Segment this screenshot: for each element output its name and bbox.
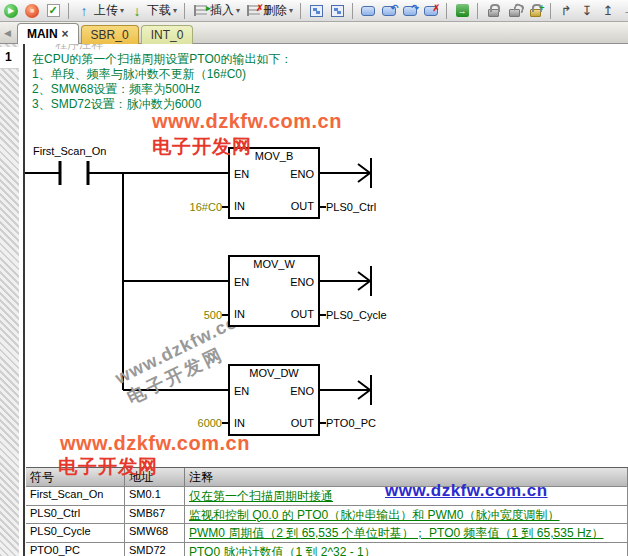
pin-out: OUT [291,308,314,320]
block-title: MOV_B [230,150,318,162]
pin-in: IN [234,200,245,212]
chevron-down-icon[interactable]: ▾ [120,6,124,15]
branch-up-icon: ↱ [561,3,572,18]
pin-eno: ENO [290,168,314,180]
pin-out: OUT [291,200,314,212]
cell-address[interactable]: SMB67 [125,506,185,524]
close-window-button[interactable]: ✗ [422,1,440,21]
open-next-icon: ↷ [403,6,417,16]
cell-comment[interactable]: 监视和控制 Q0.0 的 PTO0（脉冲串输出）和 PWM0（脉冲宽度调制） [185,506,628,524]
line-up-icon: ↥ [603,3,614,18]
block-title: MOV_W [230,258,318,270]
line-up-button[interactable]: ↥ [599,1,617,21]
cell-symbol[interactable]: First_Scan_On [26,487,125,505]
insert-label: 插入 [210,2,234,19]
left-power-rail [23,44,25,556]
chevron-down-icon[interactable]: ▾ [236,6,240,15]
cell-symbol[interactable]: PTO0_PC [26,543,125,556]
cell-symbol[interactable]: PLS0_Cycle [26,524,125,542]
open-previous-button[interactable]: ↶ [380,1,398,21]
open-next-button[interactable]: ↷ [401,1,419,21]
table-row: PTO0_PC SMD72 PTO0 脉冲计数值（1 到 2^32 - 1） [26,543,628,556]
toolbar-separator [446,3,447,19]
mov-w-block[interactable]: MOV_W EN ENO IN OUT [228,255,320,327]
header-address: 地址 [125,468,185,486]
compile-check-icon: ✓ [47,4,60,17]
download-icon: ↓ [134,3,141,19]
compile-button[interactable]: ✓ [44,1,62,21]
cell-comment[interactable]: PTO0 脉冲计数值（1 到 2^32 - 1） [185,543,628,556]
apply-button[interactable]: → [453,1,471,21]
symbol-table-header: 符号 地址 注释 [26,468,628,487]
network-box-icon [361,6,375,16]
delete-button[interactable]: ✗ 删除 ▾ [244,1,294,21]
download-label: 下载 [147,2,171,19]
cell-symbol[interactable]: PLS0_Ctrl [26,506,125,524]
delete-row-icon: ✗ [247,5,260,16]
branch-down-button[interactable]: ↧ [578,1,596,21]
upload-icon: ↑ [81,3,88,19]
tab-main-label: MAIN [27,27,58,41]
close-icon[interactable]: × [62,27,69,41]
password-lock-button[interactable] [526,1,544,21]
cell-address[interactable]: SM0.1 [125,487,185,505]
mov-b-out-operand[interactable]: PLS0_Ctrl [326,201,376,213]
run-button[interactable]: ▶ [2,1,20,21]
watermark-url-bottom: www.dzkfw.com.cn [60,432,250,455]
tab-int0-label: INT_0 [151,28,184,42]
chevron-down-icon[interactable]: ▾ [173,6,177,15]
header-symbol: 符号 [26,468,125,486]
pou-chart-icon [310,5,323,17]
stop-button[interactable]: ■ [23,1,41,21]
watermark-url-top: www.dzkfw.com.cn [152,110,342,133]
mov-b-block[interactable]: MOV_B EN ENO IN OUT [228,147,320,219]
insert-button[interactable]: ▸ 插入 ▾ [191,1,241,21]
network-box-button[interactable] [359,1,377,21]
network-comment-line[interactable]: 3、SMD72设置：脉冲数为6000 [32,96,201,113]
line-right-button[interactable]: → [620,1,628,21]
toolbar: ▶ ■ ✓ ↑ 上传 ▾ ↓ 下载 ▾ ▸ 插入 ▾ ✗ 删除 ▾ [0,0,628,22]
toolbar-separator [184,3,185,19]
mov-w-in-operand[interactable]: 500 [152,309,222,321]
cell-comment[interactable]: 仅在第一个扫描周期时接通 [185,487,628,505]
block-title: MOV_DW [230,367,318,379]
table-row: PLS0_Cycle SMW68 PWM0 周期值（2 到 65,535 个单位… [26,524,628,543]
upload-button[interactable]: ↑ 上传 ▾ [75,1,125,21]
cell-address[interactable]: SMW68 [125,524,185,542]
microwin-window: ▶ ■ ✓ ↑ 上传 ▾ ↓ 下载 ▾ ▸ 插入 ▾ ✗ 删除 ▾ [0,0,628,556]
pou-chart-button[interactable] [307,1,325,21]
tab-int0[interactable]: INT_0 [141,25,194,44]
table-row: PLS0_Ctrl SMB67 监视和控制 Q0.0 的 PTO0（脉冲串输出）… [26,506,628,525]
pin-eno: ENO [290,276,314,288]
toolbar-separator [352,3,353,19]
network-number: 1 [5,50,12,64]
no-contact-first-scan-on[interactable] [55,157,95,189]
tab-main[interactable]: MAIN × [17,23,79,44]
pin-en: EN [234,276,249,288]
download-button[interactable]: ↓ 下载 ▾ [128,1,178,21]
toolbar-separator [550,3,551,19]
tab-sbr0[interactable]: SBR_0 [81,25,139,44]
run-icon: ▶ [4,4,18,18]
branch-up-button[interactable]: ↱ [557,1,575,21]
stop-icon: ■ [25,4,39,18]
tab-scroll-left-icon[interactable]: ◀ [4,28,11,38]
cell-comment[interactable]: PWM0 周期值（2 到 65,535 个单位时基）； PTO0 频率值（1 到… [185,524,628,542]
mov-dw-in-operand[interactable]: 6000 [152,417,222,429]
toolbar-separator [68,3,69,19]
lock-button[interactable] [484,1,502,21]
mov-dw-out-operand[interactable]: PTO0_PC [326,417,376,429]
cell-address[interactable]: SMD72 [125,543,185,556]
contact-symbol-label: First_Scan_On [33,145,106,157]
unlock-button[interactable] [505,1,523,21]
pin-eno: ENO [290,385,314,397]
mov-w-out-operand[interactable]: PLS0_Cycle [326,309,387,321]
mov-dw-block[interactable]: MOV_DW EN ENO IN OUT [228,364,320,436]
chevron-down-icon[interactable]: ▾ [289,6,293,15]
mov-b-in-operand[interactable]: 16#C0 [152,201,222,213]
line-right-icon: → [623,3,628,18]
pou-chart2-button[interactable] [328,1,346,21]
pin-out: OUT [291,417,314,429]
ladder-editor[interactable]: 程序注释 1 在CPU的第一个扫描周期设置PTO0的输出如下： 1、单段、频率与… [0,44,628,556]
editor-tab-bar: ◀ MAIN × SBR_0 INT_0 [0,22,628,44]
